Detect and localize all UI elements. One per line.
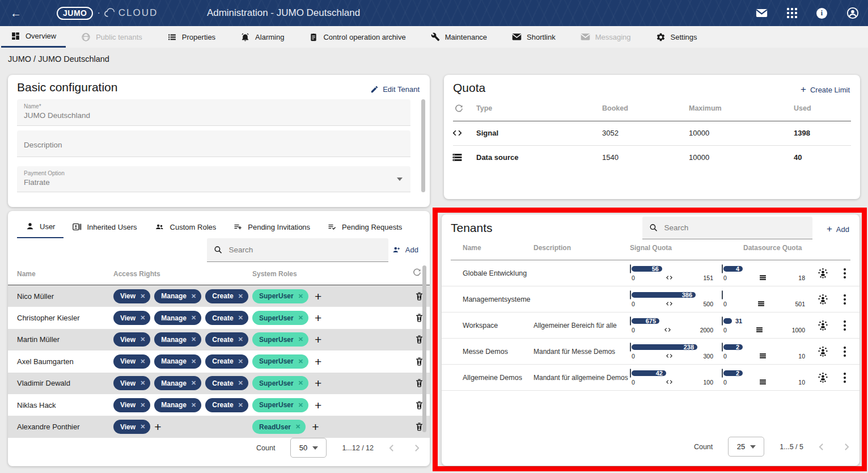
search-input[interactable]: [664, 223, 806, 232]
scrollbar[interactable]: [421, 99, 425, 192]
tab-pending-requests[interactable]: Pending Requests: [319, 217, 410, 238]
remove-icon[interactable]: ✕: [191, 358, 196, 365]
tab-settings[interactable]: Settings: [646, 26, 707, 48]
chevron-right-icon[interactable]: [844, 443, 849, 451]
scrollbar[interactable]: [422, 265, 426, 432]
create-limit-button[interactable]: + Create Limit: [801, 84, 850, 95]
chevron-left-icon[interactable]: [389, 444, 394, 452]
access-chip[interactable]: Create✕: [205, 398, 248, 412]
description-field[interactable]: Description: [17, 130, 410, 157]
remove-icon[interactable]: ✕: [238, 314, 243, 322]
remove-icon[interactable]: ✕: [238, 402, 243, 409]
row-menu-icon[interactable]: [841, 371, 848, 384]
access-chip[interactable]: Manage✕: [154, 354, 201, 369]
tab-properties[interactable]: Properties: [158, 26, 225, 48]
tenant-users-icon[interactable]: [817, 293, 829, 305]
remove-icon[interactable]: ✕: [191, 314, 196, 322]
access-chip[interactable]: View✕: [113, 398, 150, 412]
back-arrow-icon[interactable]: ←: [10, 7, 22, 20]
role-chip[interactable]: SuperUser✕: [252, 398, 308, 412]
access-chip[interactable]: View✕: [113, 311, 150, 325]
access-chip[interactable]: Manage✕: [154, 398, 201, 412]
access-chip[interactable]: View✕: [113, 289, 150, 303]
access-chip[interactable]: Manage✕: [154, 289, 201, 303]
add-role-icon[interactable]: +: [315, 356, 321, 368]
apps-grid-icon[interactable]: [787, 8, 797, 18]
role-chip[interactable]: ReadUser✕: [252, 420, 306, 434]
remove-icon[interactable]: ✕: [238, 293, 243, 300]
remove-icon[interactable]: ✕: [298, 336, 303, 343]
tenant-users-icon[interactable]: [817, 267, 829, 279]
add-role-icon[interactable]: +: [315, 377, 321, 389]
remove-icon[interactable]: ✕: [298, 314, 303, 322]
refresh-icon[interactable]: [454, 104, 464, 113]
tab-user[interactable]: User: [17, 217, 63, 238]
role-chip[interactable]: SuperUser✕: [252, 332, 308, 347]
row-menu-icon[interactable]: [841, 293, 848, 306]
count-select[interactable]: 25: [728, 437, 764, 457]
tab-maintenance[interactable]: Maintenance: [421, 26, 497, 48]
access-chip[interactable]: View✕: [113, 420, 150, 434]
access-chip[interactable]: View✕: [113, 332, 150, 347]
remove-icon[interactable]: ✕: [238, 358, 243, 365]
tab-inherited-users[interactable]: Inherited Users: [63, 217, 145, 238]
add-role-icon[interactable]: +: [315, 333, 321, 345]
tab-overview[interactable]: Overview: [1, 26, 66, 48]
tenant-users-icon[interactable]: [817, 345, 829, 357]
remove-icon[interactable]: ✕: [140, 423, 145, 430]
account-icon[interactable]: [846, 7, 859, 19]
tenant-users-icon[interactable]: [817, 371, 829, 383]
access-chip[interactable]: Manage✕: [154, 311, 201, 325]
refresh-icon[interactable]: [412, 268, 422, 277]
name-field[interactable]: Name* JUMO Deutschland: [17, 99, 410, 126]
access-chip[interactable]: Manage✕: [154, 376, 201, 390]
remove-icon[interactable]: ✕: [140, 293, 145, 300]
edit-tenant-button[interactable]: Edit Tenant: [370, 85, 420, 94]
chevron-left-icon[interactable]: [819, 443, 824, 451]
tab-alarming[interactable]: Alarming: [231, 26, 294, 48]
info-icon[interactable]: i: [816, 8, 827, 19]
add-role-icon[interactable]: +: [315, 312, 321, 324]
remove-icon[interactable]: ✕: [295, 423, 300, 430]
remove-icon[interactable]: ✕: [140, 379, 145, 387]
access-chip[interactable]: View✕: [113, 376, 150, 390]
add-access-icon[interactable]: +: [154, 421, 161, 433]
remove-icon[interactable]: ✕: [298, 293, 303, 300]
access-chip[interactable]: Create✕: [205, 332, 248, 347]
remove-icon[interactable]: ✕: [191, 402, 196, 409]
tenant-search[interactable]: [642, 217, 812, 239]
tab-control-operation-archive[interactable]: Control operation archive: [299, 26, 415, 48]
remove-icon[interactable]: ✕: [191, 336, 196, 343]
tab-custom-roles[interactable]: Custom Roles: [146, 217, 225, 238]
remove-icon[interactable]: ✕: [191, 293, 196, 300]
add-role-icon[interactable]: +: [315, 290, 321, 302]
access-chip[interactable]: View✕: [113, 354, 150, 369]
access-chip[interactable]: Create✕: [205, 311, 248, 325]
row-menu-icon[interactable]: [841, 267, 848, 280]
tenant-users-icon[interactable]: [817, 319, 829, 331]
role-chip[interactable]: SuperUser✕: [252, 289, 308, 303]
mail-icon[interactable]: [756, 9, 768, 18]
row-menu-icon[interactable]: [841, 319, 848, 332]
user-search[interactable]: [207, 238, 388, 262]
role-chip[interactable]: SuperUser✕: [252, 354, 308, 369]
remove-icon[interactable]: ✕: [298, 402, 303, 409]
role-chip[interactable]: SuperUser✕: [252, 376, 308, 390]
remove-icon[interactable]: ✕: [298, 358, 303, 365]
count-select[interactable]: 50: [290, 438, 327, 458]
access-chip[interactable]: Create✕: [205, 289, 248, 303]
remove-icon[interactable]: ✕: [298, 379, 303, 387]
access-chip[interactable]: Manage✕: [154, 332, 201, 347]
tab-shortlink[interactable]: Shortlink: [502, 26, 565, 48]
add-role-icon[interactable]: +: [312, 421, 319, 433]
add-role-icon[interactable]: +: [315, 399, 321, 411]
remove-icon[interactable]: ✕: [191, 379, 196, 387]
remove-icon[interactable]: ✕: [140, 402, 145, 409]
access-chip[interactable]: Create✕: [205, 354, 248, 369]
search-input[interactable]: [228, 246, 382, 254]
chevron-right-icon[interactable]: [414, 444, 420, 452]
access-chip[interactable]: Create✕: [205, 376, 248, 390]
add-tenant-button[interactable]: + Add: [827, 223, 849, 235]
tab-pending-invitations[interactable]: Pending Invitations: [225, 217, 319, 238]
payment-option-select[interactable]: Payment Option Flatrate: [17, 166, 410, 192]
